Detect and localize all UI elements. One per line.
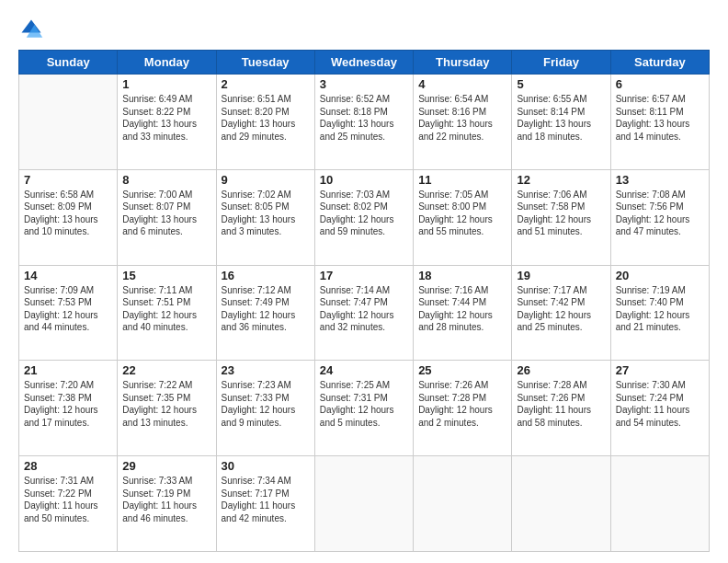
- cell-details: Sunrise: 7:33 AM Sunset: 7:19 PM Dayligh…: [122, 475, 210, 524]
- cell-details: Sunrise: 7:11 AM Sunset: 7:51 PM Dayligh…: [122, 284, 210, 334]
- calendar-cell: 5Sunrise: 6:55 AM Sunset: 8:14 PM Daylig…: [512, 75, 610, 170]
- cell-details: Sunrise: 7:00 AM Sunset: 8:07 PM Dayligh…: [122, 189, 210, 238]
- week-row-3: 14Sunrise: 7:09 AM Sunset: 7:53 PM Dayli…: [19, 265, 710, 361]
- cell-details: Sunrise: 6:54 AM Sunset: 8:16 PM Dayligh…: [418, 93, 506, 143]
- cell-details: Sunrise: 6:51 AM Sunset: 8:20 PM Dayligh…: [222, 93, 310, 143]
- week-row-5: 28Sunrise: 7:31 AM Sunset: 7:22 PM Dayli…: [19, 456, 710, 552]
- day-number: 24: [320, 363, 408, 377]
- cell-details: Sunrise: 7:25 AM Sunset: 7:31 PM Dayligh…: [320, 379, 408, 429]
- calendar-cell: [314, 456, 413, 552]
- calendar-cell: 21Sunrise: 7:20 AM Sunset: 7:38 PM Dayli…: [19, 361, 118, 456]
- calendar-cell: 14Sunrise: 7:09 AM Sunset: 7:53 PM Dayli…: [19, 265, 118, 361]
- calendar-cell: 26Sunrise: 7:28 AM Sunset: 7:26 PM Dayli…: [512, 361, 610, 456]
- weekday-header-monday: Monday: [118, 51, 216, 75]
- calendar-cell: 24Sunrise: 7:25 AM Sunset: 7:31 PM Dayli…: [314, 361, 413, 456]
- cell-details: Sunrise: 7:23 AM Sunset: 7:33 PM Dayligh…: [222, 379, 310, 429]
- calendar-cell: 2Sunrise: 6:51 AM Sunset: 8:20 PM Daylig…: [216, 75, 314, 170]
- day-number: 9: [222, 173, 310, 187]
- week-row-1: 1Sunrise: 6:49 AM Sunset: 8:22 PM Daylig…: [19, 75, 710, 170]
- day-number: 8: [122, 173, 210, 187]
- day-number: 25: [418, 363, 506, 377]
- day-number: 20: [616, 269, 704, 282]
- calendar-cell: 27Sunrise: 7:30 AM Sunset: 7:24 PM Dayli…: [610, 361, 709, 456]
- day-number: 26: [517, 363, 605, 377]
- calendar-cell: 13Sunrise: 7:08 AM Sunset: 7:56 PM Dayli…: [610, 169, 709, 265]
- day-number: 17: [320, 269, 408, 282]
- cell-details: Sunrise: 7:09 AM Sunset: 7:53 PM Dayligh…: [24, 284, 112, 334]
- calendar-table: SundayMondayTuesdayWednesdayThursdayFrid…: [18, 50, 710, 552]
- calendar-cell: 29Sunrise: 7:33 AM Sunset: 7:19 PM Dayli…: [118, 456, 216, 552]
- day-number: 3: [320, 77, 408, 91]
- calendar-cell: 7Sunrise: 6:58 AM Sunset: 8:09 PM Daylig…: [19, 169, 118, 265]
- day-number: 27: [616, 363, 704, 377]
- calendar-cell: 4Sunrise: 6:54 AM Sunset: 8:16 PM Daylig…: [414, 75, 512, 170]
- day-number: 5: [517, 77, 605, 91]
- day-number: 10: [320, 173, 408, 187]
- calendar-cell: [414, 456, 512, 552]
- calendar-cell: [19, 75, 118, 170]
- calendar-cell: 23Sunrise: 7:23 AM Sunset: 7:33 PM Dayli…: [216, 361, 314, 456]
- calendar-cell: 25Sunrise: 7:26 AM Sunset: 7:28 PM Dayli…: [414, 361, 512, 456]
- day-number: 30: [222, 459, 310, 473]
- day-number: 2: [222, 77, 310, 91]
- weekday-header-wednesday: Wednesday: [314, 51, 413, 75]
- weekday-header-thursday: Thursday: [414, 51, 512, 75]
- calendar-cell: [610, 456, 709, 552]
- weekday-header-row: SundayMondayTuesdayWednesdayThursdayFrid…: [19, 51, 710, 75]
- day-number: 6: [616, 77, 704, 91]
- cell-details: Sunrise: 6:55 AM Sunset: 8:14 PM Dayligh…: [517, 93, 605, 143]
- cell-details: Sunrise: 7:19 AM Sunset: 7:40 PM Dayligh…: [616, 284, 704, 334]
- cell-details: Sunrise: 7:26 AM Sunset: 7:28 PM Dayligh…: [418, 379, 506, 429]
- calendar-cell: 15Sunrise: 7:11 AM Sunset: 7:51 PM Dayli…: [118, 265, 216, 361]
- day-number: 19: [517, 269, 605, 282]
- cell-details: Sunrise: 7:30 AM Sunset: 7:24 PM Dayligh…: [616, 379, 704, 429]
- calendar-cell: 18Sunrise: 7:16 AM Sunset: 7:44 PM Dayli…: [414, 265, 512, 361]
- cell-details: Sunrise: 6:57 AM Sunset: 8:11 PM Dayligh…: [616, 93, 704, 143]
- calendar-cell: 10Sunrise: 7:03 AM Sunset: 8:02 PM Dayli…: [314, 169, 413, 265]
- week-row-4: 21Sunrise: 7:20 AM Sunset: 7:38 PM Dayli…: [19, 361, 710, 456]
- header: [18, 17, 710, 42]
- calendar-cell: 17Sunrise: 7:14 AM Sunset: 7:47 PM Dayli…: [314, 265, 413, 361]
- calendar-cell: 30Sunrise: 7:34 AM Sunset: 7:17 PM Dayli…: [216, 456, 314, 552]
- calendar-cell: 1Sunrise: 6:49 AM Sunset: 8:22 PM Daylig…: [118, 75, 216, 170]
- cell-details: Sunrise: 7:02 AM Sunset: 8:05 PM Dayligh…: [222, 189, 310, 238]
- cell-details: Sunrise: 7:08 AM Sunset: 7:56 PM Dayligh…: [616, 189, 704, 238]
- day-number: 29: [122, 459, 210, 473]
- day-number: 4: [418, 77, 506, 91]
- cell-details: Sunrise: 7:22 AM Sunset: 7:35 PM Dayligh…: [122, 379, 210, 429]
- page: SundayMondayTuesdayWednesdayThursdayFrid…: [0, 0, 728, 563]
- cell-details: Sunrise: 7:17 AM Sunset: 7:42 PM Dayligh…: [517, 284, 605, 334]
- day-number: 1: [122, 77, 210, 91]
- day-number: 18: [418, 269, 506, 282]
- cell-details: Sunrise: 6:52 AM Sunset: 8:18 PM Dayligh…: [320, 93, 408, 143]
- day-number: 23: [222, 363, 310, 377]
- day-number: 28: [24, 459, 112, 473]
- day-number: 22: [122, 363, 210, 377]
- calendar-cell: 22Sunrise: 7:22 AM Sunset: 7:35 PM Dayli…: [118, 361, 216, 456]
- cell-details: Sunrise: 7:31 AM Sunset: 7:22 PM Dayligh…: [24, 475, 112, 524]
- weekday-header-tuesday: Tuesday: [216, 51, 314, 75]
- cell-details: Sunrise: 7:12 AM Sunset: 7:49 PM Dayligh…: [222, 284, 310, 334]
- day-number: 21: [24, 363, 112, 377]
- cell-details: Sunrise: 7:16 AM Sunset: 7:44 PM Dayligh…: [418, 284, 506, 334]
- calendar-cell: 16Sunrise: 7:12 AM Sunset: 7:49 PM Dayli…: [216, 265, 314, 361]
- week-row-2: 7Sunrise: 6:58 AM Sunset: 8:09 PM Daylig…: [19, 169, 710, 265]
- day-number: 13: [616, 173, 704, 187]
- logo-icon: [18, 17, 44, 42]
- day-number: 11: [418, 173, 506, 187]
- cell-details: Sunrise: 7:34 AM Sunset: 7:17 PM Dayligh…: [222, 475, 310, 524]
- weekday-header-saturday: Saturday: [610, 51, 709, 75]
- cell-details: Sunrise: 6:58 AM Sunset: 8:09 PM Dayligh…: [24, 189, 112, 238]
- cell-details: Sunrise: 7:28 AM Sunset: 7:26 PM Dayligh…: [517, 379, 605, 429]
- cell-details: Sunrise: 7:20 AM Sunset: 7:38 PM Dayligh…: [24, 379, 112, 429]
- cell-details: Sunrise: 7:06 AM Sunset: 7:58 PM Dayligh…: [517, 189, 605, 238]
- logo: [18, 17, 46, 42]
- calendar-cell: 28Sunrise: 7:31 AM Sunset: 7:22 PM Dayli…: [19, 456, 118, 552]
- day-number: 15: [122, 269, 210, 282]
- calendar-cell: 20Sunrise: 7:19 AM Sunset: 7:40 PM Dayli…: [610, 265, 709, 361]
- calendar-cell: 8Sunrise: 7:00 AM Sunset: 8:07 PM Daylig…: [118, 169, 216, 265]
- day-number: 14: [24, 269, 112, 282]
- day-number: 7: [24, 173, 112, 187]
- weekday-header-sunday: Sunday: [19, 51, 118, 75]
- cell-details: Sunrise: 7:14 AM Sunset: 7:47 PM Dayligh…: [320, 284, 408, 334]
